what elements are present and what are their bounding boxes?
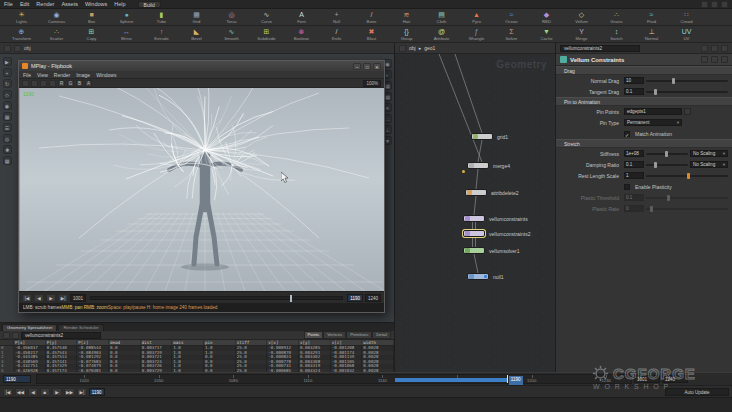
menu-windows[interactable]: Windows: [85, 0, 107, 9]
channel-b-button[interactable]: B: [76, 80, 83, 87]
shelf-tool-uv[interactable]: UVUV: [669, 26, 704, 42]
pose-tool[interactable]: ◉: [3, 101, 12, 110]
menubar-icon-3[interactable]: [721, 1, 728, 8]
shelf-tool-hair[interactable]: ≋Hair: [389, 9, 424, 25]
param-value-field[interactable]: 0.1: [624, 194, 644, 201]
shelf-tool-solver[interactable]: ΣSolver: [494, 26, 529, 42]
network-breadcrumb[interactable]: obj▸geo1: [409, 45, 435, 51]
param-section-0[interactable]: Drag: [556, 66, 732, 75]
shelf-tool-copy[interactable]: ⊞Copy: [74, 26, 109, 42]
shelf-tool-cloth[interactable]: ▤Cloth: [424, 9, 459, 25]
transport-2[interactable]: ◀: [28, 388, 38, 396]
param-slider-handle[interactable]: [672, 78, 675, 84]
node-null1[interactable]: [467, 273, 489, 280]
pane-gear-icon[interactable]: [711, 45, 718, 52]
channel-a-button[interactable]: A: [85, 80, 92, 87]
param-slider[interactable]: [646, 80, 728, 82]
shelf-tool-box[interactable]: ■Box: [74, 9, 109, 25]
mplay-frame-current[interactable]: 1190: [347, 294, 363, 302]
shelf-tool-subdivide[interactable]: ⊞Subdivide: [249, 26, 284, 42]
param-section-7[interactable]: Stretch: [556, 139, 732, 148]
breadcrumb-obj[interactable]: obj: [409, 45, 416, 51]
mplay-frame-slider[interactable]: [90, 296, 343, 300]
sheet-mode-primitives[interactable]: Primitives: [346, 331, 372, 339]
sheet-mode-detail[interactable]: Detail: [372, 331, 391, 339]
pane-tab-1[interactable]: Render Scheduler: [58, 324, 103, 331]
shelf-tool-ocean[interactable]: ≈Ocean: [494, 9, 529, 25]
shelf-tool-crowd[interactable]: ∷Crowd: [669, 9, 704, 25]
shelf-tool-rbd[interactable]: ◆RBD: [529, 9, 564, 25]
param-value-field[interactable]: 0.1: [624, 161, 644, 168]
menu-assets[interactable]: Assets: [61, 0, 78, 9]
shelf-tool-scatter[interactable]: ∴Scatter: [39, 26, 74, 42]
minimize-button[interactable]: –: [353, 63, 361, 70]
param-value-field[interactable]: 1: [624, 172, 644, 179]
node-grid1[interactable]: [471, 133, 493, 140]
param-checkbox[interactable]: ✓: [624, 131, 630, 137]
mplay-window[interactable]: MPlay - Flipbook –□✕ FileViewRenderImage…: [18, 60, 385, 313]
param-menu-button[interactable]: [684, 108, 691, 115]
display-tool[interactable]: ▩: [3, 156, 12, 165]
shelf-tool-wrangle[interactable]: ƒWrangle: [459, 26, 494, 42]
transport-0[interactable]: |◀: [3, 388, 13, 396]
shelf-tool-fluid[interactable]: ≈Fluid: [634, 9, 669, 25]
shelf-tool-bevel[interactable]: ◣Bevel: [179, 26, 214, 42]
mplay-menu-file[interactable]: File: [23, 72, 31, 78]
shelf-tool-merge[interactable]: YMerge: [564, 26, 599, 42]
mplay-transport-0[interactable]: |◀: [22, 294, 32, 302]
param-slider[interactable]: [646, 197, 728, 199]
shelf-tool-attribute[interactable]: @Attribute: [424, 26, 459, 42]
mplay-toolbar-icon-2[interactable]: [31, 80, 38, 87]
mplay-transport-1[interactable]: ◀: [34, 294, 44, 302]
select-tool[interactable]: ▶: [3, 57, 12, 66]
shelf-tool-group[interactable]: {}Group: [389, 26, 424, 42]
channel-r-button[interactable]: R: [58, 80, 65, 87]
shelf-tool-cameras[interactable]: ◉Cameras: [39, 9, 74, 25]
playback-frame-field[interactable]: 1190: [89, 388, 105, 396]
pane-tab-0[interactable]: Geometry Spreadsheet: [2, 324, 57, 331]
mplay-transport-3[interactable]: ▶|: [58, 294, 68, 302]
shelf-tool-blast[interactable]: ✖Blast: [354, 26, 389, 42]
menu-edit[interactable]: Edit: [20, 0, 29, 9]
transport-5[interactable]: ▶▶: [64, 388, 75, 396]
mplay-title-bar[interactable]: MPlay - Flipbook –□✕: [19, 61, 384, 71]
sheet-mode-vertices[interactable]: Vertices: [323, 331, 346, 339]
menu-render[interactable]: Render: [36, 0, 54, 9]
node-vellumsolver1[interactable]: [463, 247, 485, 254]
breadcrumb-geo1[interactable]: geo1: [424, 45, 435, 51]
shelf-tool-knife[interactable]: /Knife: [319, 26, 354, 42]
transport-3[interactable]: ■: [40, 388, 50, 396]
param-slider[interactable]: [646, 175, 728, 177]
node-vellumconstraints2[interactable]: [463, 230, 485, 237]
shelf-tool-cache[interactable]: ▼Cache: [529, 26, 564, 42]
display-flag[interactable]: [484, 275, 487, 278]
network-canvas[interactable]: Geometry grid1merge4attribdelete2vellumc…: [395, 54, 555, 372]
shelf-tool-grid[interactable]: ▦Grid: [179, 9, 214, 25]
mplay-transport-2[interactable]: ▶: [46, 294, 56, 302]
gear-icon[interactable]: [711, 56, 718, 63]
playhead[interactable]: [507, 375, 508, 383]
auto-update-selector[interactable]: Auto Update: [665, 388, 729, 396]
shelf-tool-curve[interactable]: ∿Curve: [249, 9, 284, 25]
mplay-toolbar-icon-4[interactable]: [49, 80, 56, 87]
sheet-toolbar-icon-1[interactable]: [3, 332, 10, 339]
param-value-field[interactable]: 0.1: [624, 88, 644, 95]
frame-ruler[interactable]: 102010501080111011401170120012301190: [36, 374, 632, 384]
range-start-field[interactable]: 1001: [634, 375, 660, 383]
maximize-button[interactable]: □: [363, 63, 371, 70]
preset-icon[interactable]: [701, 56, 708, 63]
transport-1[interactable]: ◀◀: [15, 388, 26, 396]
param-slider-handle[interactable]: [650, 206, 653, 212]
mplay-menu-render[interactable]: Render: [54, 72, 70, 78]
menubar-icon-2[interactable]: [711, 1, 718, 8]
param-slider-handle[interactable]: [665, 151, 668, 157]
node-attribdelete2[interactable]: [465, 189, 487, 196]
pane-split-icon[interactable]: [14, 45, 21, 52]
view-tool[interactable]: ◎: [3, 134, 12, 143]
desktop-selector[interactable]: Build: [138, 1, 161, 8]
shelf-tool-switch[interactable]: ↕Switch: [599, 26, 634, 42]
shelf-tool-pyro[interactable]: ▲Pyro: [459, 9, 494, 25]
param-value-field[interactable]: 10: [624, 77, 644, 84]
shelf-tool-mirror[interactable]: ↔Mirror: [109, 26, 144, 42]
shelf-tool-boolean[interactable]: ⊗Boolean: [284, 26, 319, 42]
